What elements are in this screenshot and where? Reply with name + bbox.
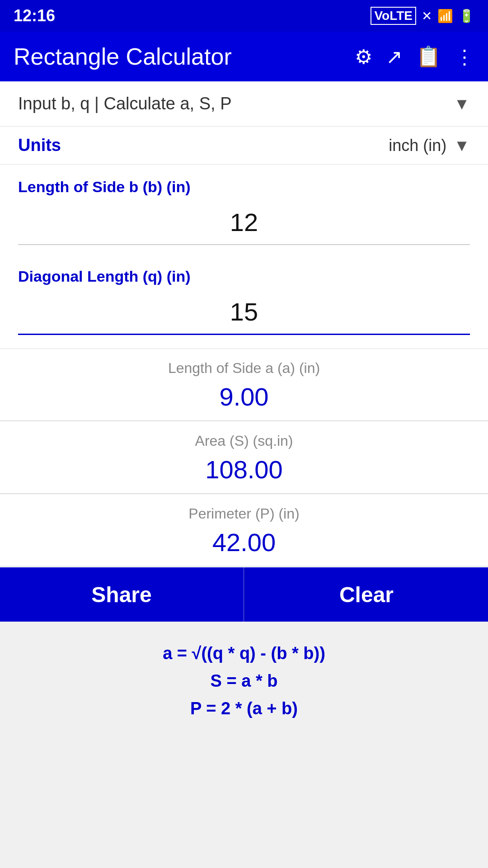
input-section: Length of Side b (b) (in) Diagonal Lengt… <box>0 165 488 344</box>
status-time: 12:16 <box>14 6 55 25</box>
volte-icon: VoLTE <box>371 7 416 25</box>
units-dropdown-arrow: ▼ <box>454 136 470 155</box>
status-bar: 12:16 VoLTE ✕ 📶 🔋 <box>0 0 488 32</box>
input-mode-dropdown-arrow: ▼ <box>454 94 470 113</box>
diagonal-field-group: Diagonal Length (q) (in) <box>18 254 470 344</box>
side-b-input[interactable] <box>18 203 470 245</box>
area-label: Area (S) (sq.in) <box>18 433 470 449</box>
battery-icon: 🔋 <box>459 9 474 24</box>
share-icon[interactable]: ↗ <box>386 45 403 68</box>
signal-bars-icon: 📶 <box>437 9 453 24</box>
diagonal-input[interactable] <box>18 292 470 335</box>
area-value: 108.00 <box>18 455 470 484</box>
main-content: Input b, q | Calculate a, S, P ▼ Units i… <box>0 81 488 868</box>
formula-section: a = √((q * q) - (b * b)) S = a * b P = 2… <box>0 622 488 740</box>
side-b-label: Length of Side b (b) (in) <box>18 178 470 196</box>
perimeter-result-group: Perimeter (P) (in) 42.00 <box>0 495 488 566</box>
app-title: Rectangle Calculator <box>14 43 232 70</box>
clear-button[interactable]: Clear <box>244 567 488 622</box>
side-a-value: 9.00 <box>18 382 470 411</box>
units-value: inch (in) <box>389 136 446 155</box>
area-result-group: Area (S) (sq.in) 108.00 <box>0 422 488 494</box>
formula-line-3: P = 2 * (a + b) <box>18 695 470 722</box>
copy-icon[interactable]: 📋 <box>416 45 441 68</box>
app-bar-icons: ⚙ ↗ 📋 ⋮ <box>355 45 474 68</box>
status-icons: VoLTE ✕ 📶 🔋 <box>371 7 474 25</box>
formula-line-1: a = √((q * q) - (b * b)) <box>18 640 470 667</box>
results-section: Length of Side a (a) (in) 9.00 Area (S) … <box>0 349 488 566</box>
units-selector[interactable]: inch (in) ▼ <box>389 136 470 155</box>
input-mode-label: Input b, q | Calculate a, S, P <box>18 94 231 113</box>
bottom-area <box>0 740 488 868</box>
side-a-label: Length of Side a (a) (in) <box>18 360 470 377</box>
diagonal-label: Diagonal Length (q) (in) <box>18 268 470 285</box>
more-menu-icon[interactable]: ⋮ <box>455 45 474 68</box>
units-row[interactable]: Units inch (in) ▼ <box>0 127 488 165</box>
share-button[interactable]: Share <box>0 567 244 622</box>
perimeter-label: Perimeter (P) (in) <box>18 505 470 522</box>
settings-icon[interactable]: ⚙ <box>355 45 372 68</box>
units-label: Units <box>18 136 61 155</box>
side-b-field-group: Length of Side b (b) (in) <box>18 165 470 254</box>
app-bar: Rectangle Calculator ⚙ ↗ 📋 ⋮ <box>0 32 488 81</box>
formula-line-2: S = a * b <box>18 667 470 695</box>
signal-x-icon: ✕ <box>422 9 432 24</box>
action-buttons: Share Clear <box>0 567 488 622</box>
perimeter-value: 42.00 <box>18 528 470 557</box>
input-mode-selector[interactable]: Input b, q | Calculate a, S, P ▼ <box>0 81 488 127</box>
side-a-result-group: Length of Side a (a) (in) 9.00 <box>0 349 488 421</box>
